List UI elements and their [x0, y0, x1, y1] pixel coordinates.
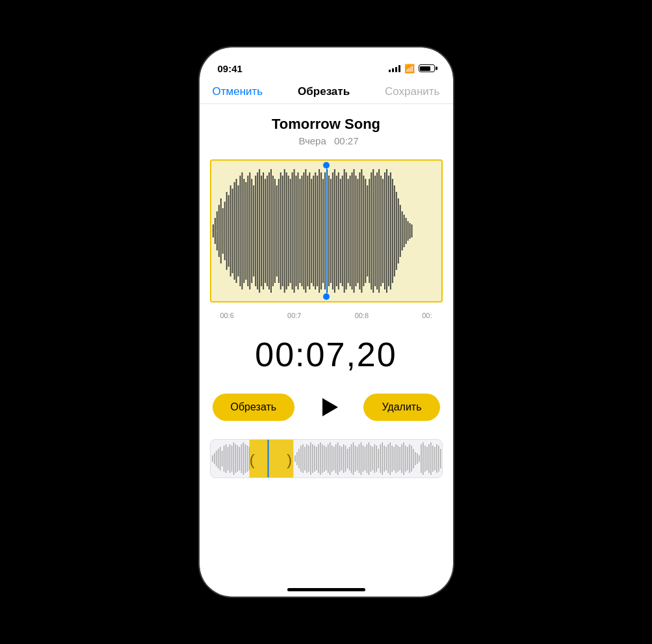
playhead-line	[326, 166, 328, 296]
time-mark-4: 00:	[422, 312, 432, 319]
phone-screen: 09:41 📶 Отменить Обрезать Сохранить	[200, 47, 453, 597]
home-indicator	[287, 588, 365, 591]
play-button[interactable]	[314, 391, 344, 423]
scrubber-bar[interactable]: ( )	[210, 439, 443, 478]
svg-rect-19	[249, 172, 250, 289]
svg-rect-111	[223, 446, 224, 472]
svg-rect-20	[251, 179, 252, 283]
svg-rect-123	[246, 446, 247, 472]
svg-rect-0	[212, 224, 213, 237]
svg-rect-101	[407, 221, 408, 241]
svg-rect-39	[287, 176, 289, 286]
svg-rect-23	[257, 172, 258, 289]
svg-rect-57	[322, 179, 324, 283]
svg-rect-33	[276, 185, 277, 276]
svg-rect-202	[436, 444, 437, 473]
svg-rect-89	[384, 172, 385, 289]
svg-rect-60	[328, 176, 329, 286]
svg-rect-185	[403, 442, 404, 475]
svg-rect-194	[421, 444, 421, 473]
svg-rect-40	[289, 179, 291, 283]
signal-icon	[389, 65, 400, 72]
svg-rect-169	[372, 447, 372, 470]
svg-rect-200	[432, 446, 433, 472]
phone-frame: 09:41 📶 Отменить Обрезать Сохранить	[200, 47, 453, 597]
svg-rect-29	[268, 172, 270, 289]
svg-rect-76	[359, 172, 360, 289]
svg-rect-180	[393, 447, 394, 470]
svg-rect-51	[311, 179, 312, 283]
svg-rect-72	[351, 172, 352, 289]
svg-rect-113	[227, 447, 228, 470]
svg-rect-176	[385, 447, 386, 470]
time-mark-1: 00:6	[220, 312, 234, 319]
svg-rect-170	[374, 444, 374, 473]
controls: Обрезать Удалить	[200, 381, 453, 434]
svg-rect-32	[274, 179, 275, 283]
svg-rect-143	[322, 444, 322, 473]
svg-rect-114	[229, 444, 229, 473]
svg-rect-26	[263, 172, 264, 289]
scrubber-waveform-svg: ( )	[211, 439, 442, 478]
svg-rect-148	[331, 446, 332, 472]
svg-rect-62	[332, 172, 333, 289]
nav-title: Обрезать	[298, 85, 350, 98]
svg-rect-136	[308, 446, 309, 472]
svg-rect-18	[247, 176, 248, 286]
status-bar: 09:41 📶	[200, 47, 453, 80]
svg-rect-204	[440, 449, 441, 468]
svg-rect-193	[419, 455, 419, 462]
callout-line	[442, 454, 443, 455]
recording-title: Tomorrow Song	[213, 116, 440, 133]
svg-rect-132	[300, 446, 301, 472]
svg-rect-61	[330, 179, 331, 283]
battery-icon	[419, 64, 435, 72]
cancel-button[interactable]: Отменить	[213, 85, 263, 98]
svg-rect-14	[239, 176, 241, 286]
wifi-icon: 📶	[404, 64, 415, 74]
svg-rect-42	[293, 169, 294, 293]
play-icon	[322, 398, 338, 416]
save-button[interactable]: Сохранить	[385, 85, 439, 98]
svg-rect-103	[411, 224, 412, 237]
svg-text:): )	[287, 451, 292, 468]
svg-rect-45	[299, 179, 300, 283]
trim-button[interactable]: Обрезать	[213, 394, 295, 421]
waveform-canvas[interactable]	[211, 166, 441, 296]
svg-rect-129	[294, 455, 295, 462]
svg-rect-159	[352, 442, 353, 475]
svg-rect-36	[281, 176, 283, 286]
svg-rect-69	[345, 172, 346, 289]
svg-rect-85	[376, 172, 378, 289]
svg-rect-166	[366, 444, 367, 473]
svg-rect-15	[241, 172, 242, 289]
delete-button[interactable]: Удалить	[363, 394, 439, 421]
svg-rect-102	[409, 223, 410, 239]
svg-rect-92	[389, 172, 391, 289]
svg-rect-162	[358, 444, 359, 473]
svg-rect-75	[357, 179, 358, 283]
svg-rect-73	[353, 169, 354, 293]
waveform-container[interactable]	[210, 159, 443, 302]
svg-rect-188	[409, 444, 410, 473]
svg-rect-52	[313, 176, 314, 286]
svg-rect-173	[380, 444, 380, 473]
svg-rect-17	[245, 182, 246, 280]
svg-rect-115	[231, 446, 231, 472]
svg-rect-151	[337, 442, 337, 475]
svg-rect-121	[242, 442, 243, 475]
svg-rect-47	[303, 172, 304, 289]
svg-rect-11	[233, 182, 235, 280]
svg-rect-153	[341, 447, 341, 470]
svg-rect-187	[407, 447, 408, 470]
svg-rect-165	[364, 447, 365, 470]
scrubber-section[interactable]: ( )	[210, 439, 443, 478]
svg-rect-71	[349, 176, 350, 286]
svg-rect-163	[360, 442, 361, 475]
waveform-selected[interactable]	[210, 159, 443, 302]
svg-rect-197	[426, 447, 427, 470]
svg-rect-53	[315, 172, 316, 289]
svg-rect-118	[237, 446, 237, 472]
svg-rect-178	[389, 442, 390, 475]
svg-rect-46	[301, 176, 302, 286]
